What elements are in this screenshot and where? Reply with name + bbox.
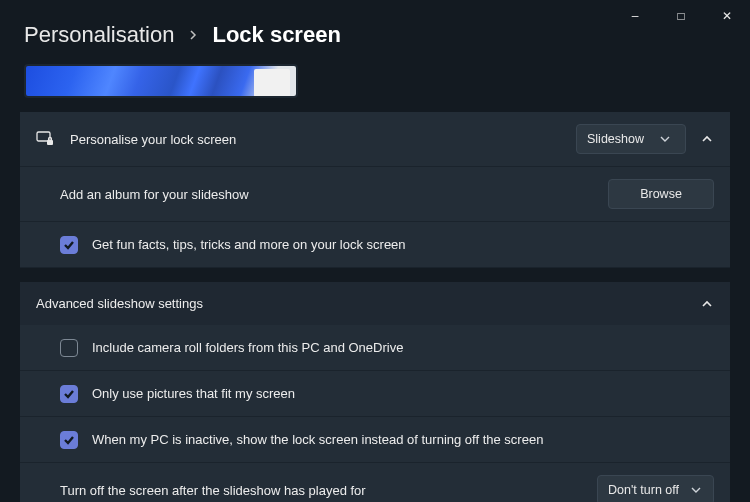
turnoff-dropdown[interactable]: Don't turn off xyxy=(597,475,714,502)
fun-facts-row[interactable]: Get fun facts, tips, tricks and more on … xyxy=(20,222,730,268)
camera-roll-label: Include camera roll folders from this PC… xyxy=(92,340,714,355)
maximize-button[interactable]: □ xyxy=(658,0,704,32)
breadcrumb-parent[interactable]: Personalisation xyxy=(24,22,174,48)
minimize-button[interactable]: – xyxy=(612,0,658,32)
turnoff-label: Turn off the screen after the slideshow … xyxy=(60,483,597,498)
lock-screen-preview[interactable] xyxy=(24,64,298,98)
add-album-row: Add an album for your slideshow Browse xyxy=(20,167,730,222)
personalise-lock-screen-row[interactable]: Personalise your lock screen Slideshow xyxy=(20,112,730,167)
fit-screen-label: Only use pictures that fit my screen xyxy=(92,386,714,401)
fun-facts-label: Get fun facts, tips, tricks and more on … xyxy=(92,237,714,252)
advanced-settings-header[interactable]: Advanced slideshow settings xyxy=(20,282,730,325)
chevron-up-icon[interactable] xyxy=(700,132,714,146)
turnoff-value: Don't turn off xyxy=(608,483,679,497)
inactive-lock-checkbox[interactable] xyxy=(60,431,78,449)
chevron-up-icon[interactable] xyxy=(700,297,714,311)
browse-button[interactable]: Browse xyxy=(608,179,714,209)
inactive-lock-row[interactable]: When my PC is inactive, show the lock sc… xyxy=(20,417,730,463)
svg-rect-1 xyxy=(47,140,53,145)
fit-screen-row[interactable]: Only use pictures that fit my screen xyxy=(20,371,730,417)
dropdown-value: Slideshow xyxy=(587,132,644,146)
turnoff-row: Turn off the screen after the slideshow … xyxy=(20,463,730,502)
chevron-down-icon xyxy=(658,132,672,146)
camera-roll-checkbox[interactable] xyxy=(60,339,78,357)
lock-screen-mode-dropdown[interactable]: Slideshow xyxy=(576,124,686,154)
chevron-down-icon xyxy=(689,483,703,497)
breadcrumb-current: Lock screen xyxy=(212,22,340,48)
monitor-lock-icon xyxy=(36,130,54,148)
window-controls: – □ ✕ xyxy=(612,0,750,32)
add-album-label: Add an album for your slideshow xyxy=(60,187,608,202)
personalise-title: Personalise your lock screen xyxy=(70,132,576,147)
fun-facts-checkbox[interactable] xyxy=(60,236,78,254)
close-button[interactable]: ✕ xyxy=(704,0,750,32)
advanced-settings-title: Advanced slideshow settings xyxy=(36,296,700,311)
chevron-right-icon xyxy=(188,27,198,43)
camera-roll-row[interactable]: Include camera roll folders from this PC… xyxy=(20,325,730,371)
inactive-lock-label: When my PC is inactive, show the lock sc… xyxy=(92,432,714,447)
fit-screen-checkbox[interactable] xyxy=(60,385,78,403)
